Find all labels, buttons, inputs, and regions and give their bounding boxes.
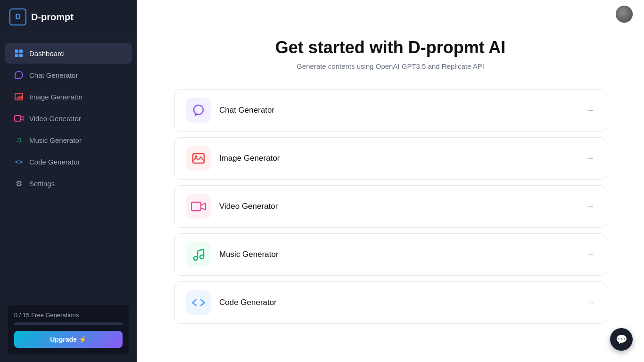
generator-card-left: Video Generator (186, 194, 278, 219)
generations-box: 0 / 15 Free Generations Upgrade ⚡ (8, 305, 129, 354)
generator-card-video[interactable]: Video Generator → (174, 185, 606, 228)
main-content: Get started with D-propmt AI Generate co… (137, 28, 644, 362)
chat-support-icon: 💬 (616, 334, 627, 345)
code-arrow-icon: → (586, 298, 594, 308)
main-content-area: Get started with D-propmt AI Generate co… (137, 0, 644, 362)
image-generator-name: Image Generator (219, 154, 280, 163)
sidebar-item-chat[interactable]: Chat Generator (5, 65, 132, 85)
dashboard-icon (14, 49, 24, 58)
sidebar-item-label: Settings (29, 180, 55, 188)
sidebar-item-music[interactable]: ♫ Music Generator (5, 130, 132, 150)
page-subtitle: Generate contents using OpenAI GPT3.5 an… (174, 62, 606, 70)
app-title: D-prompt (31, 12, 74, 23)
sidebar-item-label: Dashboard (29, 49, 64, 58)
page-title: Get started with D-propmt AI (174, 38, 606, 58)
chat-support-button[interactable]: 💬 (610, 328, 633, 351)
generator-card-code[interactable]: Code Generator → (174, 281, 606, 324)
avatar-image (616, 6, 633, 23)
avatar[interactable] (616, 6, 633, 23)
image-generator-icon-box (186, 146, 211, 171)
music-generator-icon-box (186, 242, 211, 267)
chat-icon (14, 70, 24, 80)
sidebar-item-label: Video Generator (29, 115, 81, 123)
svg-line-11 (198, 249, 204, 251)
generations-label: 0 / 15 Free Generations (14, 312, 123, 319)
code-icon: <> (14, 157, 24, 166)
generator-card-left: Code Generator (186, 290, 277, 315)
svg-rect-5 (191, 202, 201, 211)
generator-card-music[interactable]: Music Generator → (174, 233, 606, 276)
image-arrow-icon: → (586, 154, 594, 164)
main-header (137, 0, 644, 28)
svg-marker-1 (21, 116, 23, 120)
progress-bar (14, 322, 123, 325)
chat-generator-name: Chat Generator (219, 106, 274, 115)
code-generator-icon-box (186, 290, 211, 315)
sidebar: D D-prompt Dashboard Chat Generator (0, 0, 137, 362)
svg-marker-6 (201, 203, 206, 210)
chat-generator-icon-box (186, 98, 211, 123)
generators-list: Chat Generator → Image Generator (174, 89, 606, 324)
sidebar-header: D D-prompt (0, 0, 137, 34)
video-icon (14, 114, 24, 123)
sidebar-item-dashboard[interactable]: Dashboard (5, 43, 132, 64)
sidebar-item-label: Chat Generator (29, 71, 78, 79)
generator-card-left: Chat Generator (186, 98, 274, 123)
generator-card-left: Image Generator (186, 146, 280, 171)
sidebar-item-settings[interactable]: ⚙ Settings (5, 173, 132, 194)
sidebar-footer: 0 / 15 Free Generations Upgrade ⚡ (0, 297, 137, 362)
music-arrow-icon: → (586, 250, 594, 260)
music-generator-name: Music Generator (219, 250, 279, 259)
sidebar-item-label: Music Generator (29, 136, 82, 144)
video-generator-name: Video Generator (219, 202, 278, 211)
sidebar-nav: Dashboard Chat Generator Image Generator (0, 34, 137, 297)
chat-arrow-icon: → (586, 106, 594, 115)
svg-rect-0 (15, 115, 21, 121)
svg-point-4 (195, 156, 198, 158)
svg-point-2 (194, 105, 203, 115)
sidebar-item-label: Image Generator (29, 93, 83, 101)
settings-icon: ⚙ (14, 179, 24, 188)
logo-icon: D (9, 8, 26, 25)
sidebar-item-code[interactable]: <> Code Generator (5, 151, 132, 172)
generator-card-chat[interactable]: Chat Generator → (174, 89, 606, 132)
upgrade-button[interactable]: Upgrade ⚡ (14, 331, 123, 348)
music-icon: ♫ (14, 135, 24, 145)
generator-card-left: Music Generator (186, 242, 279, 267)
image-icon (14, 92, 24, 101)
sidebar-item-video[interactable]: Video Generator (5, 108, 132, 129)
video-generator-icon-box (186, 194, 211, 219)
video-arrow-icon: → (586, 202, 594, 212)
code-generator-name: Code Generator (219, 298, 277, 307)
sidebar-item-label: Code Generator (29, 158, 80, 166)
generator-card-image[interactable]: Image Generator → (174, 137, 606, 180)
sidebar-item-image[interactable]: Image Generator (5, 86, 132, 107)
